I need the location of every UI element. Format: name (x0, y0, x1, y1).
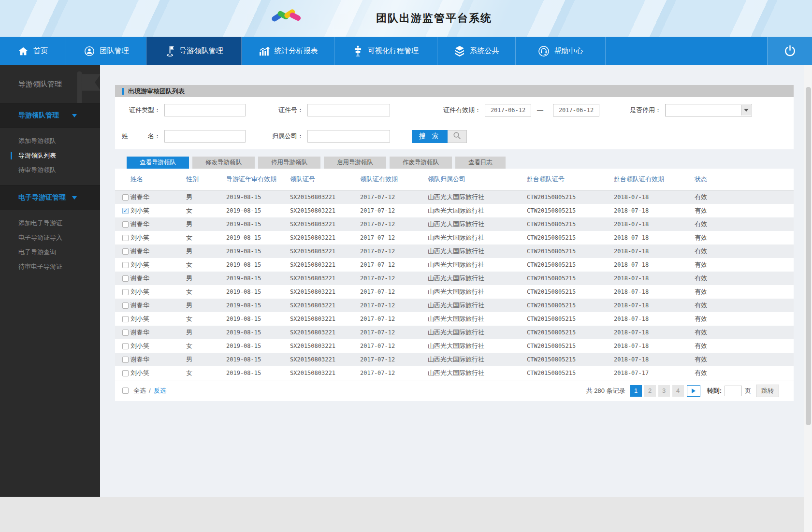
cell-tw_cert_no: CTW20150805215 (527, 248, 614, 255)
checkbox-cell (115, 316, 130, 322)
select-all-checkbox[interactable] (122, 388, 129, 394)
search-icon-button[interactable] (448, 130, 467, 143)
row-checkbox[interactable] (122, 248, 129, 255)
cell-annual_valid: 2019-08-15 (226, 275, 290, 282)
table-row: 谢春华男2019-08-15SX201508032212017-07-12山西光… (115, 299, 794, 312)
nav-item-label: 统计分析报表 (275, 46, 318, 56)
page-button-3[interactable]: 3 (658, 385, 670, 397)
cell-status: 有效 (695, 342, 791, 350)
row-checkbox[interactable] (122, 194, 129, 201)
cert-no-input[interactable] (307, 104, 390, 116)
checkbox-cell (115, 357, 130, 363)
sidebar-section-header[interactable]: 电子导游证管理 (0, 185, 100, 210)
tab-2[interactable]: 修改导游领队 (192, 157, 255, 169)
cell-status: 有效 (695, 247, 791, 256)
row-checkbox[interactable] (122, 235, 129, 241)
table-row: 谢春华男2019-08-15SX201508032212017-07-12山西光… (115, 326, 794, 339)
logout-button[interactable] (767, 37, 812, 65)
scrollbar-thumb[interactable] (806, 87, 811, 425)
page-button-4[interactable]: 4 (672, 385, 684, 397)
nav-item-1[interactable]: 首页 (0, 37, 66, 65)
sidebar-item[interactable]: 添加电子导游证 (0, 216, 100, 230)
column-header: 姓名 (130, 175, 186, 184)
cell-status: 有效 (695, 369, 791, 377)
row-checkbox[interactable] (122, 330, 129, 336)
select-divider: / (149, 387, 151, 394)
next-page-button[interactable] (687, 385, 700, 397)
tab-4[interactable]: 启用导游领队 (324, 157, 386, 169)
page-button-2[interactable]: 2 (644, 385, 656, 397)
cell-gender: 男 (186, 301, 226, 310)
tab-6[interactable]: 查看日志 (455, 157, 506, 169)
table-row: 刘小笑女2019-08-15SX201508032212017-07-12山西光… (115, 258, 794, 272)
sidebar-item[interactable]: 待审导游领队 (0, 163, 100, 177)
nav-item-3[interactable]: 导游领队管理 (146, 37, 242, 65)
row-checkbox[interactable]: ✓ (122, 208, 129, 214)
tab-5[interactable]: 作废导游领队 (390, 157, 452, 169)
cell-tw_cert_no: CTW20150805215 (527, 370, 614, 376)
select-all-label[interactable]: 全选 (133, 387, 146, 395)
cert-type-label: 证件类型： (122, 106, 160, 115)
validity-to-input[interactable] (553, 104, 599, 116)
cell-name: 谢春华 (130, 301, 186, 310)
row-checkbox[interactable] (122, 343, 129, 349)
cell-leader_cert_no: SX20150803221 (290, 302, 360, 309)
nav-item-7[interactable]: 帮助中心 (516, 37, 606, 65)
cell-tw_cert_no: CTW20150805215 (527, 343, 614, 349)
app-logo-icon (271, 5, 303, 32)
cell-leader_cert_no: SX20150803221 (290, 248, 360, 255)
row-checkbox[interactable] (122, 275, 129, 282)
checkbox-cell (115, 275, 130, 282)
sidebar-section-header[interactable]: 导游领队管理 (0, 103, 100, 128)
row-checkbox[interactable] (122, 316, 129, 322)
jump-button[interactable]: 跳转 (756, 385, 779, 397)
cell-tw_valid: 2018-07-18 (614, 356, 695, 363)
nav-item-6[interactable]: 系统公共 (437, 37, 516, 65)
checkbox-cell (115, 248, 130, 255)
row-checkbox[interactable] (122, 357, 129, 363)
cell-company: 山西光大国际旅行社 (428, 220, 527, 229)
disabled-select[interactable] (665, 104, 752, 116)
cell-leader_cert_no: SX20150803221 (290, 316, 360, 322)
row-checkbox[interactable] (122, 289, 129, 295)
sidebar-item[interactable]: 导游领队列表 (0, 148, 100, 163)
checkbox-cell (115, 194, 130, 201)
sidebar-item[interactable]: 电子导游证导入 (0, 230, 100, 245)
cell-annual_valid: 2019-08-15 (226, 302, 290, 309)
tab-3[interactable]: 停用导游领队 (258, 157, 320, 169)
cell-name: 刘小笑 (130, 369, 186, 377)
select-caret-button[interactable] (741, 105, 751, 115)
row-checkbox[interactable] (122, 221, 129, 228)
row-checkbox[interactable] (122, 262, 129, 268)
name-input[interactable] (164, 130, 246, 143)
tab-1[interactable]: 查看导游领队 (127, 157, 189, 169)
sidebar-item[interactable]: 添加导游领队 (0, 134, 100, 148)
cert-type-input[interactable] (164, 104, 246, 116)
cell-gender: 男 (186, 193, 226, 201)
nav-item-5[interactable]: 可视化行程管理 (334, 37, 437, 65)
nav-item-4[interactable]: 统计分析报表 (242, 37, 334, 65)
cell-leader_cert_no: SX20150803221 (290, 288, 360, 295)
row-checkbox[interactable] (122, 370, 129, 376)
sidebar-item[interactable]: 待审电子导游证 (0, 259, 100, 274)
cell-tw_valid: 2018-07-18 (614, 288, 695, 295)
sidebar-section-label: 电子导游证管理 (18, 193, 66, 202)
nav-item-label: 首页 (33, 46, 48, 56)
cert-no-label: 证件号： (269, 106, 304, 115)
column-header: 导游证年审有效期 (226, 175, 290, 184)
invert-selection-link[interactable]: 反选 (154, 387, 166, 395)
sidebar-item-label: 待审导游领队 (18, 166, 56, 173)
company-input[interactable] (307, 130, 390, 143)
nav-item-2[interactable]: 团队管理 (66, 37, 146, 65)
goto-page-input[interactable] (725, 386, 742, 396)
cell-company: 山西光大国际旅行社 (428, 301, 527, 310)
validity-from-input[interactable] (485, 104, 531, 116)
page-button-1[interactable]: 1 (630, 385, 642, 397)
nav-item-label: 帮助中心 (554, 46, 583, 56)
search-button[interactable]: 搜 索 (412, 130, 448, 143)
cell-cert_valid: 2017-07-12 (360, 194, 428, 201)
sidebar-item[interactable]: 电子导游查询 (0, 245, 100, 259)
sidebar-item-label: 电子导游证导入 (18, 234, 62, 241)
search-row-2: 姓 名： 归属公司： 搜 索 (115, 123, 794, 149)
row-checkbox[interactable] (122, 302, 129, 309)
